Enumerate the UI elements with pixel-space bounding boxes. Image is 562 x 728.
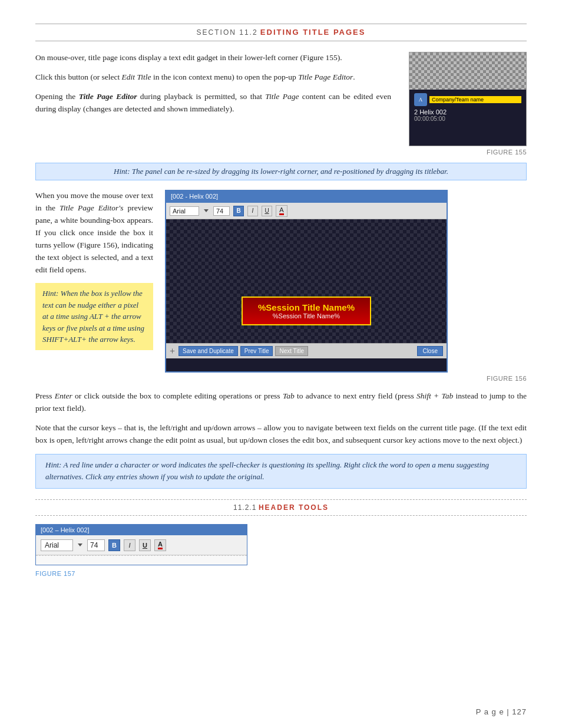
title-page-editor-em: Title Page Editor — [298, 73, 353, 81]
fig157-font-input[interactable]: Arial — [41, 539, 73, 551]
hint-1-text: Hint: The panel can be re-sized by dragg… — [114, 167, 448, 176]
fig155-name-bar: Company/Team name — [429, 96, 521, 103]
fig156-close-btn[interactable]: Close — [417, 346, 443, 356]
fig156-size-input[interactable]: 74 — [213, 206, 230, 216]
subsection-header: 11.2.1 HEADER TOOLS — [35, 499, 527, 516]
mid-left-col: When you move the mouse over text in the… — [35, 190, 153, 382]
fig157-bold-btn[interactable]: B — [108, 539, 120, 551]
paragraph-1: On mouse-over, title page icons display … — [35, 52, 391, 64]
edit-title-em: Edit Title — [122, 73, 151, 81]
fig156-session-text1: %Session Title Name% — [252, 302, 361, 312]
fig156-font-input[interactable]: Arial — [170, 206, 199, 216]
hint-3-text: Hint: A red line under a character or wo… — [45, 460, 489, 482]
fig157-underline-btn[interactable]: U — [139, 539, 151, 551]
fig156-fontcolor-btn[interactable]: A — [276, 205, 287, 217]
fig155-checker-bg — [409, 52, 526, 94]
hint-box-yellow: Hint: When the box is yellow the text ca… — [35, 283, 153, 350]
figure-156-wrapper: [002 - Helix 002] Arial 74 B I U A — [165, 190, 527, 382]
fig156-bold-btn[interactable]: B — [233, 206, 244, 216]
figure-155-label: FIGURE 155 — [487, 149, 527, 156]
tab-em: Tab — [283, 391, 295, 400]
page-number: P a g e | 127 — [476, 707, 527, 716]
figure-156-image: [002 - Helix 002] Arial 74 B I U A — [165, 190, 448, 373]
enter-em: Enter — [55, 391, 72, 400]
fig155-name: 2 Helix 002 — [414, 108, 521, 116]
tpe-em2: Title Page Editor — [79, 92, 137, 101]
font-dropdown-icon — [204, 209, 209, 212]
fig156-toolbar: Arial 74 B I U A — [166, 203, 447, 219]
fig156-prev-title-btn[interactable]: Prev Title — [240, 346, 273, 356]
fig156-titlebar: [002 - Helix 002] — [166, 191, 447, 203]
figure-157-image: [002 – Helix 002] Arial 74 B I U A — [35, 524, 247, 565]
fig155-bottom-panel: A Company/Team name 2 Helix 002 00:00:05… — [409, 90, 526, 146]
intro-block: On mouse-over, title page icons display … — [35, 52, 527, 156]
page-footer: P a g e | 127 — [476, 707, 527, 716]
figure-157-wrapper: [002 – Helix 002] Arial 74 B I U A FIGUR… — [35, 524, 527, 577]
fig156-save-duplicate-btn[interactable]: Save and Duplicate — [178, 346, 238, 356]
mid-right-col: [002 - Helix 002] Arial 74 B I U A — [165, 190, 527, 382]
section-header: SECTION 11.2 EDITING TITLE PAGES — [35, 24, 527, 41]
paragraph-6: Note that the cursor keys – that is, the… — [35, 422, 527, 447]
figure-155-col: A Company/Team name 2 Helix 002 00:00:05… — [403, 52, 527, 156]
fig156-next-title-btn[interactable]: Next Title — [275, 346, 308, 356]
title-page-em: Title Page — [265, 92, 299, 101]
fig157-italic-btn[interactable]: I — [124, 539, 135, 551]
page: SECTION 11.2 EDITING TITLE PAGES On mous… — [0, 0, 562, 728]
hint-box-1: Hint: The panel can be re-sized by dragg… — [35, 163, 527, 180]
fig155-icon: A — [414, 93, 427, 106]
subsection-number: 11.2.1 — [233, 503, 256, 512]
paragraph-4: When you move the mouse over text in the… — [35, 190, 153, 276]
tpe-em3: Title Page Editor's — [59, 203, 123, 212]
mid-block: When you move the mouse over text in the… — [35, 190, 527, 382]
intro-text: On mouse-over, title page icons display … — [35, 52, 391, 156]
fig157-toolbar: Arial 74 B I U A — [36, 535, 247, 555]
fig157-fontcolor-btn[interactable]: A — [154, 539, 166, 551]
fig156-plus-icon: + — [170, 346, 175, 357]
shift-tab-em: Shift + Tab — [416, 391, 453, 400]
subsection-title: HEADER TOOLS — [259, 503, 329, 512]
fig157-size-input[interactable]: 74 — [87, 539, 105, 551]
fig155-time: 00:00:05:00 — [414, 116, 521, 122]
fig155-icon-row: A Company/Team name — [414, 93, 521, 106]
paragraph-2: Click this button (or select Edit Title … — [35, 71, 391, 84]
section-title: EDITING TITLE PAGES — [260, 28, 366, 37]
paragraph-5: Press Enter or click outside the box to … — [35, 390, 527, 415]
fig157-body — [36, 555, 247, 565]
fig156-session-bar: %Session Title Name% %Session Title Name… — [242, 297, 371, 325]
hint-box-3: Hint: A red line under a character or wo… — [35, 454, 527, 489]
fig156-footer: + Save and Duplicate Prev Title Next Tit… — [166, 343, 447, 358]
figure-156-label: FIGURE 156 — [165, 375, 527, 382]
font-color-icon: A — [279, 207, 283, 215]
fig156-canvas: %Session Title Name% %Session Title Name… — [166, 219, 447, 343]
section-number: SECTION 11.2 — [197, 28, 258, 37]
fig157-titlebar: [002 – Helix 002] — [36, 525, 247, 535]
fig157-font-dropdown-icon — [78, 543, 82, 546]
paragraph-3: Opening the Title Page Editor during pla… — [35, 91, 391, 116]
figure-155-container: A Company/Team name 2 Helix 002 00:00:05… — [403, 52, 527, 156]
fig156-session-text2: %Session Title Name% — [252, 312, 361, 319]
fig157-font-color-icon: A — [158, 541, 163, 549]
hint-2-text: Hint: When the box is yellow the text ca… — [42, 289, 144, 344]
figure-155-image: A Company/Team name 2 Helix 002 00:00:05… — [409, 52, 527, 146]
figure-157-label: FIGURE 157 — [35, 570, 527, 577]
fig156-underline-btn[interactable]: U — [262, 206, 272, 216]
fig156-italic-btn[interactable]: I — [247, 206, 258, 216]
